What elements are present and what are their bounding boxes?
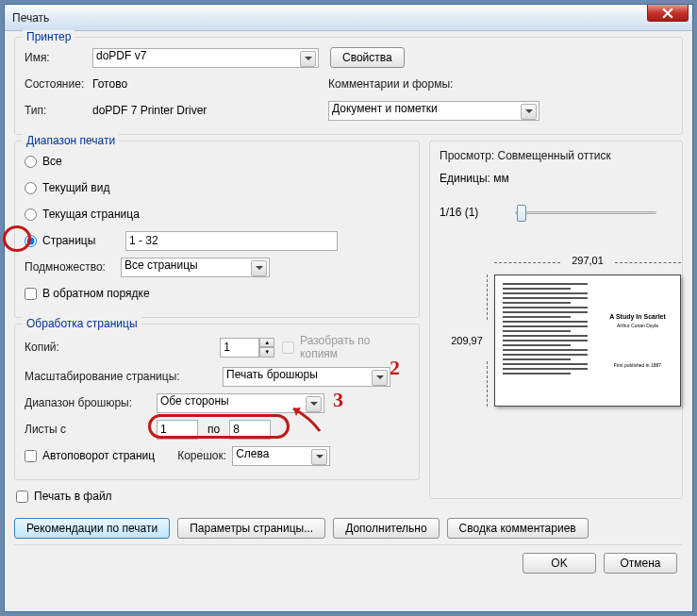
close-button[interactable]: [647, 5, 689, 22]
sheets-sep: по: [198, 423, 229, 436]
printer-group: Принтер Имя: doPDF v7 Свойства Состояние…: [14, 37, 683, 135]
width-label: 297,01: [494, 255, 681, 266]
preview-units: Единицы: мм: [440, 172, 672, 185]
ok-button[interactable]: OK: [523, 553, 596, 574]
booklet-range-select[interactable]: Обе стороны: [157, 393, 324, 413]
type-value: doPDF 7 Printer Driver: [92, 104, 328, 117]
spin-down[interactable]: ▼: [259, 347, 274, 358]
properties-button[interactable]: Свойства: [330, 47, 405, 68]
preview-page-title: A Study In Scarlet: [609, 313, 666, 320]
preview-fraction: 1/16 (1): [440, 206, 515, 219]
preview-title: Просмотр: Совмещенный оттиск: [440, 149, 672, 162]
pages-input[interactable]: [125, 231, 338, 251]
radio-all[interactable]: Все: [25, 151, 409, 172]
preview-dimensions: 297,01 209,97 A Study In Scarlet: [440, 251, 672, 458]
printer-name-select[interactable]: doPDF v7: [92, 48, 319, 68]
window-title: Печать: [12, 11, 49, 25]
sheets-from-input[interactable]: [157, 420, 198, 440]
preview-page-author: Arthur Conan Doyle: [617, 323, 658, 328]
comments-select[interactable]: Документ и пометки: [328, 101, 539, 121]
binding-select[interactable]: Слева: [232, 446, 330, 466]
cancel-button[interactable]: Отмена: [604, 553, 677, 574]
autorotate-check[interactable]: Автоповорот страниц: [25, 449, 155, 462]
scaling-select[interactable]: Печать брошюры: [223, 367, 390, 387]
page-handling-group: Обработка страницы Копий: ▲▼ Разобрать п…: [14, 324, 420, 480]
group-legend: Диапазон печати: [23, 134, 119, 147]
preview-page-footer: First published in 1887: [614, 362, 661, 368]
group-legend: Обработка страницы: [23, 317, 141, 330]
preview-pane: Просмотр: Совмещенный оттиск Единицы: мм…: [429, 141, 683, 499]
sheets-to-input[interactable]: [229, 420, 271, 440]
status-label: Состояние:: [25, 77, 92, 91]
titlebar[interactable]: Печать: [5, 5, 692, 31]
scaling-label: Масштабирование страницы:: [25, 370, 223, 383]
reverse-check[interactable]: В обратном порядке: [25, 283, 409, 304]
subset-select[interactable]: Все страницы: [121, 258, 270, 277]
print-dialog: Печать Принтер Имя: doPDF v7 Свойства Со…: [4, 4, 693, 612]
preview-zoom-slider[interactable]: [515, 203, 656, 222]
collate-check: Разобрать по копиям: [282, 334, 409, 360]
sheets-label: Листы с: [25, 423, 157, 436]
name-label: Имя:: [25, 51, 92, 64]
subset-label: Подмножество:: [25, 260, 121, 274]
comments-label: Комментарии и формы:: [328, 77, 453, 91]
booklet-range-label: Диапазон брошюры:: [25, 396, 157, 409]
radio-current-page[interactable]: Текущая страница: [25, 204, 409, 225]
radio-pages[interactable]: Страницы: [25, 230, 409, 251]
printing-tips-button[interactable]: Рекомендации по печати: [14, 518, 170, 539]
spin-up[interactable]: ▲: [259, 338, 274, 348]
print-range-group: Диапазон печати Все Текущий вид Текущая …: [14, 141, 420, 318]
preview-page: A Study In Scarlet Arthur Conan Doyle Fi…: [494, 275, 681, 407]
advanced-button[interactable]: Дополнительно: [333, 518, 439, 539]
close-icon: [662, 8, 673, 19]
page-setup-button[interactable]: Параметры страницы...: [177, 518, 325, 539]
group-legend: Принтер: [23, 30, 75, 43]
copies-label: Копий:: [25, 341, 220, 354]
status-value: Готово: [92, 77, 328, 91]
height-label: 209,97: [445, 275, 489, 407]
copies-spinner[interactable]: ▲▼: [220, 338, 274, 358]
binding-label: Корешок:: [177, 449, 232, 462]
summarize-comments-button[interactable]: Сводка комментариев: [447, 518, 589, 539]
print-to-file-check[interactable]: Печать в файл: [14, 486, 420, 507]
radio-current-view[interactable]: Текущий вид: [25, 177, 409, 198]
type-label: Тип:: [25, 104, 92, 117]
